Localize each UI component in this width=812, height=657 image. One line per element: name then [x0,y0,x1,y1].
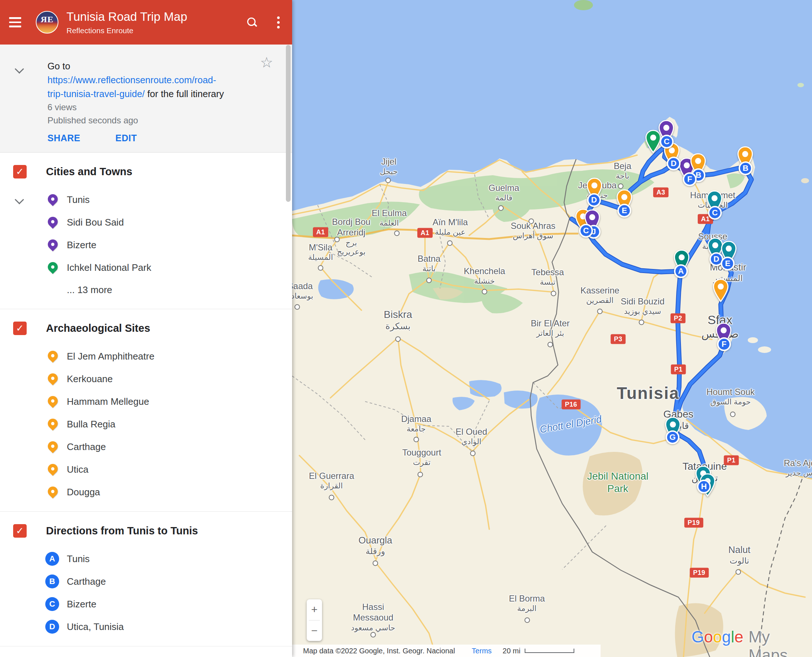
item-label: El Jem Amphitheatre [67,351,154,362]
map-label: Biskraبسكرة [384,308,412,332]
route-waypoint-letter[interactable]: B [739,161,753,175]
road-shield: A3 [653,188,669,198]
list-item[interactable]: Carthage [0,436,292,458]
list-item[interactable]: Utica [0,458,292,481]
list-item[interactable]: CBizerte [0,593,292,615]
layer-checkbox[interactable]: ✓ [13,322,26,335]
route-waypoint-letter[interactable]: H [697,480,711,494]
town-dot [548,342,553,347]
route-waypoint-letter[interactable]: G [665,430,680,444]
place-pin-icon [47,418,59,430]
list-item[interactable]: DUtica, Tunisia [0,615,292,638]
place-pin-icon [47,441,59,453]
map-label: Aïn M'lilaعين مليلة [433,217,468,237]
zoom-in-button[interactable]: + [307,599,322,620]
route-waypoint-letter[interactable]: A [674,264,688,278]
route-waypoint-letter[interactable]: C [579,224,593,238]
list-item[interactable]: Hammam Mellegue [0,390,292,413]
map-label: Tebessaتبسة [531,267,564,287]
town-dot [447,241,453,246]
share-button[interactable]: SHARE [47,133,80,143]
item-label: Hammam Mellegue [67,396,149,407]
list-item[interactable]: Ichkel National Park [0,256,292,279]
map-label: Hassi Messaoudحاسي مسعود [351,601,395,632]
map-author: Reflections Enroute [67,26,187,35]
list-item[interactable]: El Jem Amphitheatre [0,345,292,367]
terms-link[interactable]: Terms [472,647,491,655]
route-waypoint-letter[interactable]: D [667,157,681,170]
zoom-out-button[interactable]: − [307,621,322,641]
waypoint-letter-icon: B [45,574,59,588]
layer-section: ✓Cities and TownsTunisSidi Bou SaidBizer… [0,153,292,309]
map-label: Touggourtتقرت [402,447,441,467]
sidebar-scrollbar[interactable] [286,45,291,202]
collapse-chevron-icon[interactable] [15,64,24,73]
item-label: Sidi Bou Said [67,217,124,228]
item-label: Tunis [67,553,90,565]
map-label: Guelmaقالمة [488,182,519,202]
map-label: Nalutنالوت [728,544,751,566]
map-data-attribution: Map data ©2022 Google, Inst. Geogr. Naci… [303,647,455,655]
map-label: Ouarglaورقلة [358,535,393,557]
route-waypoint-letter[interactable]: D [587,193,601,207]
route-waypoint-letter[interactable]: E [721,257,735,271]
map-label: Ra's Ajdirرأس جدير [784,458,812,478]
map-label: Jebil National Park [587,470,648,495]
map-label: Saadaبوسعادة [292,281,313,301]
item-label: Bulla Regia [67,419,115,430]
list-item[interactable]: Sidi Bou Said [0,211,292,234]
layer-title: Cities and Towns [46,166,132,178]
map-label: Djamaaجامعة [401,414,432,434]
place-pin-icon [47,262,59,274]
list-item[interactable]: BCarthage [0,570,292,593]
town-dot [482,289,488,294]
route-waypoint-letter[interactable]: C [660,135,673,149]
town-dot [414,437,419,442]
town-dot [385,178,391,183]
more-options-icon[interactable] [276,15,281,30]
place-pin-icon [47,463,59,476]
town-dot [427,278,432,283]
list-item[interactable]: Kerkouane [0,367,292,390]
road-shield: P19 [684,518,703,528]
star-icon[interactable]: ☆ [260,54,273,71]
item-label: Utica [67,464,88,475]
town-dot [295,304,300,310]
map-canvas[interactable]: JijelجيجلGuelmaقالمةEl EulmaالعلمةBordj … [292,0,812,657]
road-shield: P16 [561,400,581,409]
place-pin-icon [47,350,59,363]
scale-text: 20 mi [503,647,521,655]
list-item[interactable]: Dougga [0,481,292,503]
map-title: Tunisia Road Trip Map [67,10,187,24]
layer-checkbox[interactable]: ✓ [13,165,26,179]
menu-icon[interactable] [9,17,21,27]
list-item[interactable]: Bizerte [0,234,292,256]
map-pin[interactable] [712,279,729,304]
show-more-link[interactable]: ... 13 more [67,279,292,301]
town-dot [551,291,556,296]
town-dot [730,412,736,417]
place-pin-icon [47,395,59,408]
view-count: 6 views [47,101,267,114]
description-goto: Go to [47,59,267,73]
waypoint-letter-icon: C [45,597,59,611]
road-shield: A1 [313,227,328,237]
route-waypoint-letter[interactable]: E [617,204,631,218]
route-waypoint-letter[interactable]: C [708,206,722,220]
map-label: Tunisia [617,383,680,403]
description-text: https://www.reflectionsenroute.com/road-… [47,73,267,101]
town-dot [639,320,644,325]
town-dot [318,265,324,271]
layer-checkbox[interactable]: ✓ [13,524,26,538]
item-label: Carthage [67,576,106,587]
map-label: Bordj Bou Arreridjبرج بوعريريج [332,216,370,257]
list-item[interactable]: Bulla Regia [0,413,292,436]
route-waypoint-letter[interactable]: F [717,337,731,351]
place-pin-icon [47,239,59,251]
search-icon[interactable] [247,17,257,27]
map-label: Batnaباتنة [418,253,441,273]
list-item[interactable]: ATunis [0,548,292,570]
list-item[interactable]: Tunis [0,188,292,211]
route-waypoint-letter[interactable]: F [683,172,697,186]
edit-button[interactable]: EDIT [115,133,137,143]
